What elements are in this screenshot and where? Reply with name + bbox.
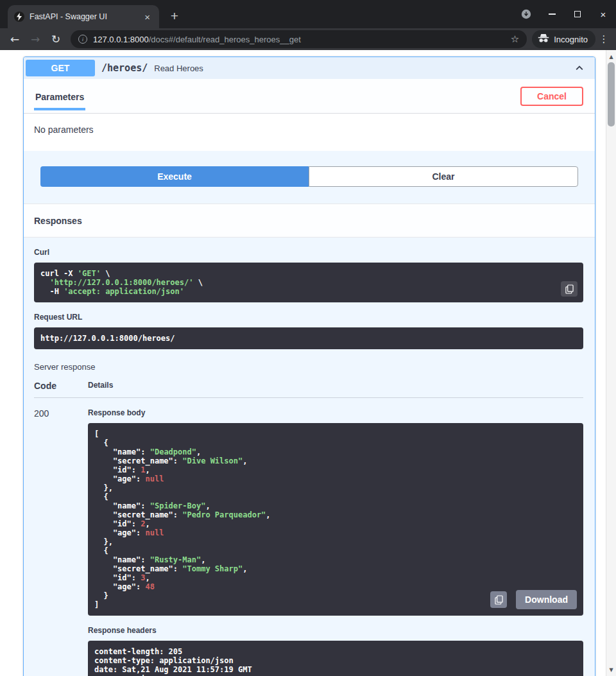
parameters-body: No parameters — [24, 114, 595, 151]
curl-command: curl -X 'GET' \ 'http://127.0.0.1:8000/h… — [34, 263, 583, 302]
browser-update-icon[interactable] — [521, 9, 531, 19]
collapse-chevron-icon[interactable] — [570, 62, 588, 74]
tab-bar: FastAPI - Swagger UI × + × — [0, 0, 616, 28]
scrollbar-thumb[interactable] — [608, 62, 615, 126]
browser-menu-icon[interactable]: ⋮ — [597, 33, 611, 45]
minimize-button[interactable] — [547, 9, 557, 19]
url-path: /docs#/default/read_heroes_heroes__get — [149, 35, 301, 44]
maximize-button[interactable] — [572, 9, 583, 19]
browser-window: FastAPI - Swagger UI × + × ← → ↻ i 127.0… — [0, 0, 616, 676]
page-info-icon[interactable]: i — [78, 35, 87, 44]
request-url-label: Request URL — [34, 313, 583, 322]
incognito-badge: Incognito — [532, 30, 595, 48]
tab-parameters[interactable]: Parameters — [34, 82, 85, 110]
new-tab-button[interactable]: + — [166, 7, 184, 25]
request-url-block: http://127.0.0.1:8000/heroes/ — [34, 327, 583, 349]
forward-icon[interactable]: → — [26, 30, 45, 48]
response-body-actions: Download — [490, 590, 577, 609]
response-headers-label: Response headers — [88, 626, 583, 635]
response-details: Response body [ { "name": "Deadpond", "s… — [88, 408, 583, 676]
execute-button[interactable]: Execute — [40, 166, 309, 187]
no-parameters-text: No parameters — [34, 125, 94, 135]
endpoint-path: /heroes/ — [101, 62, 148, 74]
bookmark-star-icon[interactable]: ☆ — [511, 33, 519, 45]
response-body-block: [ { "name": "Deadpond", "secret_name": "… — [88, 423, 583, 616]
browser-tab[interactable]: FastAPI - Swagger UI × — [8, 5, 159, 28]
server-response-label: Server response — [34, 362, 583, 372]
address-bar[interactable]: i 127.0.0.1:8000/docs#/default/read_hero… — [71, 30, 527, 48]
back-icon[interactable]: ← — [5, 30, 24, 48]
parameters-header: Parameters Cancel — [24, 79, 595, 114]
responses-body: Curl curl -X 'GET' \ 'http://127.0.0.1:8… — [24, 238, 595, 676]
method-badge: GET — [26, 60, 95, 76]
scroll-up-icon[interactable]: ▲ — [606, 51, 616, 62]
response-row-200: 200 Response body [ { "name": "Deadpond"… — [34, 398, 583, 676]
close-window-button[interactable]: × — [598, 9, 608, 19]
incognito-label: Incognito — [554, 35, 588, 44]
download-button[interactable]: Download — [516, 590, 577, 609]
status-code: 200 — [34, 408, 88, 676]
response-headers-text: content-length: 205 content-type: applic… — [88, 641, 583, 676]
window-controls: × — [521, 0, 608, 28]
url-host: 127.0.0.1:8000 — [93, 35, 149, 44]
response-headers-block: content-length: 205 content-type: applic… — [88, 641, 583, 676]
page-scrollbar[interactable]: ▲ ▼ — [606, 50, 616, 676]
fastapi-favicon — [14, 12, 24, 22]
execute-wrapper: Execute Clear — [24, 151, 595, 204]
navigation-bar: ← → ↻ i 127.0.0.1:8000/docs#/default/rea… — [0, 28, 616, 50]
response-table-header: Code Details — [34, 381, 583, 398]
cancel-button[interactable]: Cancel — [520, 87, 583, 106]
response-body-label: Response body — [88, 408, 583, 417]
opblock-summary[interactable]: GET /heroes/ Read Heroes — [24, 57, 595, 79]
copy-curl-icon[interactable] — [561, 281, 578, 297]
url-text[interactable]: 127.0.0.1:8000/docs#/default/read_heroes… — [93, 35, 505, 44]
tab-close-icon[interactable]: × — [142, 11, 153, 23]
responses-title: Responses — [34, 216, 82, 226]
reload-icon[interactable]: ↻ — [46, 30, 65, 48]
request-url-value: http://127.0.0.1:8000/heroes/ — [34, 327, 583, 349]
copy-response-icon[interactable] — [490, 591, 507, 608]
execute-button-group: Execute Clear — [40, 166, 578, 187]
tab-title: FastAPI - Swagger UI — [30, 12, 137, 21]
response-body-json: [ { "name": "Deadpond", "secret_name": "… — [88, 423, 583, 616]
endpoint-summary: Read Heroes — [154, 64, 203, 73]
responses-header: Responses — [24, 204, 595, 238]
clear-button[interactable]: Clear — [309, 166, 578, 187]
code-column-header: Code — [34, 381, 88, 391]
details-column-header: Details — [88, 381, 583, 391]
curl-block: curl -X 'GET' \ 'http://127.0.0.1:8000/h… — [34, 263, 583, 302]
incognito-icon — [538, 33, 549, 45]
opblock-get-heroes: GET /heroes/ Read Heroes Parameters Canc… — [23, 56, 595, 676]
swagger-page: GET /heroes/ Read Heroes Parameters Canc… — [0, 50, 616, 676]
scroll-down-icon[interactable]: ▼ — [606, 664, 616, 675]
curl-label: Curl — [34, 248, 583, 257]
